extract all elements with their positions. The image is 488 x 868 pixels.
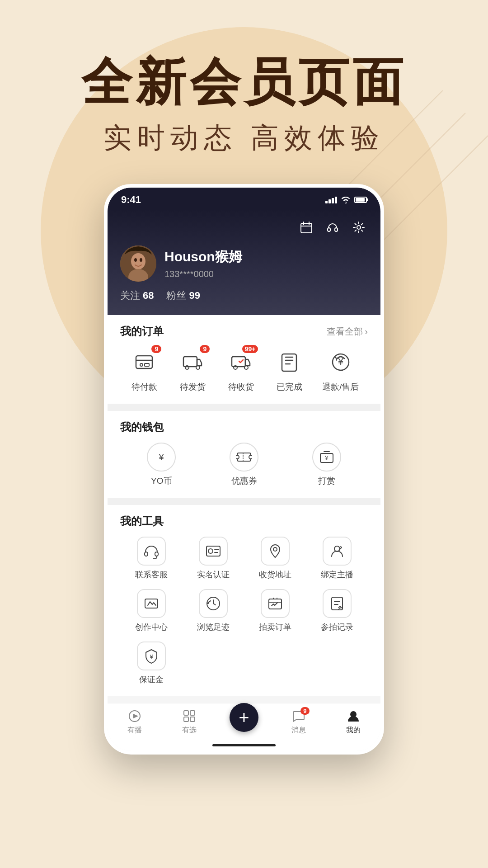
order-icon-wrap xyxy=(274,347,305,377)
wallet-grid: ¥ YO币 xyxy=(120,443,368,487)
calendar-icon[interactable] xyxy=(297,218,315,236)
status-bar: 9:41 xyxy=(108,188,380,209)
orders-title-row: 我的订单 查看全部 › xyxy=(120,324,368,339)
headset-icon[interactable] xyxy=(324,218,342,236)
svg-point-11 xyxy=(131,253,145,269)
svg-rect-44 xyxy=(269,599,282,609)
avatar[interactable] xyxy=(120,245,156,282)
tool-label: 浏览足迹 xyxy=(197,622,230,632)
svg-rect-52 xyxy=(190,717,195,722)
nav-item-plus[interactable]: + xyxy=(217,712,272,732)
wallet-label: 打赏 xyxy=(318,475,335,487)
nav-item-youbo[interactable]: 有播 xyxy=(108,709,162,735)
tool-customer-service[interactable]: 联系客服 xyxy=(120,537,182,580)
creation-center-icon xyxy=(137,589,166,618)
wallet-label: YO币 xyxy=(151,475,172,487)
tool-browse-history[interactable]: 浏览足迹 xyxy=(182,589,244,632)
svg-point-37 xyxy=(208,549,213,553)
svg-rect-15 xyxy=(136,356,152,368)
deposit-icon: ¥ xyxy=(137,642,166,670)
fans-item[interactable]: 粉丝 99 xyxy=(166,289,200,302)
order-refund[interactable]: ¥ 退款/售后 xyxy=(322,347,359,393)
tool-label: 拍卖订单 xyxy=(259,622,291,632)
signal-icon xyxy=(325,197,337,203)
wallet-coupon[interactable]: 优惠券 xyxy=(203,443,286,487)
bottom-nav: 有播 有选 xyxy=(108,703,380,744)
yo-coins-icon: ¥ xyxy=(147,443,176,472)
wallet-label: 优惠券 xyxy=(231,475,257,487)
order-label: 待收货 xyxy=(228,381,254,393)
svg-text:¥: ¥ xyxy=(324,454,328,462)
svg-rect-17 xyxy=(145,363,149,366)
tool-label: 创作中心 xyxy=(135,622,168,632)
svg-rect-24 xyxy=(282,354,296,371)
battery-icon xyxy=(354,197,367,203)
profile-nav-icon xyxy=(346,709,361,723)
nav-item-messages[interactable]: 9 消息 xyxy=(271,709,326,735)
tool-address[interactable]: 收货地址 xyxy=(244,537,306,580)
wallet-section: 我的钱包 ¥ YO币 xyxy=(108,411,380,498)
order-completed[interactable]: 已完成 xyxy=(274,347,305,393)
top-icons-row xyxy=(120,218,368,236)
follow-item[interactable]: 关注 68 xyxy=(120,289,154,302)
tool-deposit[interactable]: ¥ 保证金 xyxy=(120,642,182,685)
status-icons xyxy=(325,196,367,203)
nav-item-youxuan[interactable]: 有选 xyxy=(162,709,217,735)
hero-section: 全新会员页面 实时动态 高效体验 xyxy=(0,0,488,157)
follow-label: 关注 xyxy=(120,289,140,302)
tools-section: 我的工具 xyxy=(108,505,380,696)
tools-title-row: 我的工具 xyxy=(120,514,368,528)
svg-point-40 xyxy=(273,547,277,551)
home-indicator xyxy=(108,744,380,751)
view-all-orders[interactable]: 查看全部 › xyxy=(327,326,368,338)
nav-label: 有播 xyxy=(127,726,142,735)
wallet-title-row: 我的钱包 xyxy=(120,420,368,434)
tool-bid-records[interactable]: 参拍记录 xyxy=(306,589,368,632)
settings-icon[interactable] xyxy=(350,218,368,236)
svg-rect-3 xyxy=(301,223,312,233)
status-time: 9:41 xyxy=(121,194,141,206)
tool-auction-orders[interactable]: 拍卖订单 xyxy=(244,589,306,632)
tool-label: 参拍记录 xyxy=(321,622,353,632)
tool-id-verify[interactable]: 实名认证 xyxy=(182,537,244,580)
tool-creation-center[interactable]: 创作中心 xyxy=(120,589,182,632)
youxuan-icon xyxy=(182,709,197,723)
plus-button[interactable]: + xyxy=(230,703,258,732)
svg-point-29 xyxy=(236,455,239,459)
auction-orders-icon xyxy=(261,589,290,618)
order-badge: 9 xyxy=(151,345,161,353)
bid-records-icon xyxy=(323,589,352,618)
nav-label: 我的 xyxy=(346,726,361,735)
svg-rect-50 xyxy=(190,711,195,715)
hero-subtitle: 实时动态 高效体验 xyxy=(0,119,488,157)
youbo-icon xyxy=(127,709,142,723)
svg-rect-35 xyxy=(155,552,158,556)
tool-label: 实名认证 xyxy=(197,569,230,580)
order-pending-receive[interactable]: 99+ 待收货 xyxy=(225,347,256,393)
order-label: 待发货 xyxy=(180,381,206,393)
order-icon-wrap: 9 xyxy=(177,347,208,377)
avatar-image xyxy=(120,245,156,282)
svg-marker-48 xyxy=(133,714,138,718)
wifi-icon xyxy=(341,196,351,203)
user-name: Houson猴姆 xyxy=(164,248,242,266)
follow-stats: 关注 68 粉丝 99 xyxy=(120,289,368,302)
customer-service-icon xyxy=(137,537,166,566)
orders-section: 我的订单 查看全部 › 9 xyxy=(108,315,380,404)
messages-icon: 9 xyxy=(291,709,306,723)
address-icon xyxy=(261,537,290,566)
tools-title: 我的工具 xyxy=(120,514,164,528)
tool-bind-streamer[interactable]: 绑定主播 xyxy=(306,537,368,580)
wallet-title: 我的钱包 xyxy=(120,420,164,434)
nav-item-profile[interactable]: 我的 xyxy=(326,709,380,735)
order-pending-ship[interactable]: 9 待发货 xyxy=(177,347,208,393)
phone-frame: 9:41 xyxy=(104,184,384,755)
svg-rect-49 xyxy=(184,711,188,715)
browse-history-icon xyxy=(199,589,228,618)
order-pending-pay[interactable]: 9 待付款 xyxy=(129,347,160,393)
wallet-yo-coins[interactable]: ¥ YO币 xyxy=(120,443,203,487)
content-area: 我的订单 查看全部 › 9 xyxy=(108,315,380,696)
svg-text:¥: ¥ xyxy=(149,653,153,660)
svg-point-13 xyxy=(134,258,137,262)
wallet-tip[interactable]: ¥ 打赏 xyxy=(285,443,368,487)
